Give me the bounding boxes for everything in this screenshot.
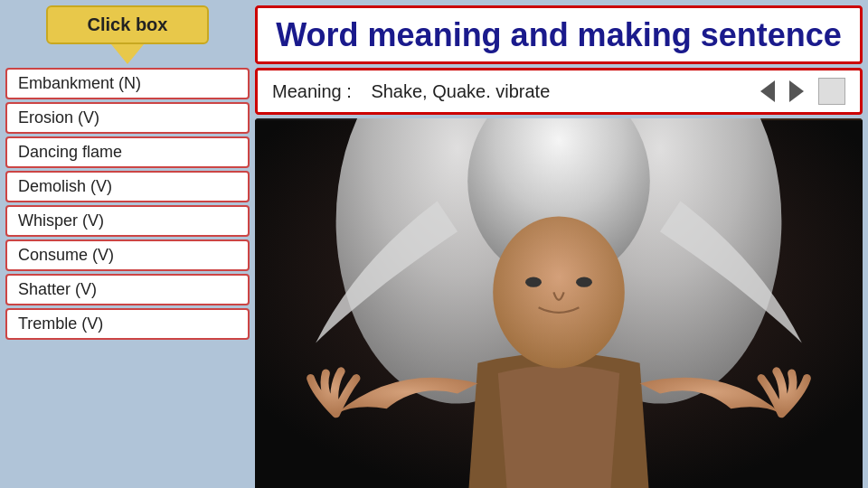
svg-point-5 bbox=[493, 216, 625, 368]
main-container: Click box Word meaning and making senten… bbox=[0, 0, 868, 488]
meaning-label: Meaning : bbox=[272, 81, 352, 102]
word-item-tremble[interactable]: Tremble (V) bbox=[5, 308, 250, 340]
svg-point-6 bbox=[525, 277, 542, 287]
page-title: Word meaning and making sentence bbox=[276, 16, 841, 54]
click-box-button[interactable]: Click box bbox=[46, 5, 209, 44]
title-box: Word meaning and making sentence bbox=[255, 5, 863, 64]
content-row: Embankment (N) Erosion (V) Dancing flame… bbox=[5, 68, 863, 488]
word-item-shatter[interactable]: Shatter (V) bbox=[5, 274, 250, 305]
meaning-next-arrow[interactable] bbox=[789, 80, 804, 102]
person-svg bbox=[255, 118, 863, 488]
click-box-arrow bbox=[111, 44, 144, 64]
svg-point-7 bbox=[576, 277, 592, 287]
word-item-demolish[interactable]: Demolish (V) bbox=[5, 171, 250, 202]
word-item-dancing-flame[interactable]: Dancing flame bbox=[5, 136, 250, 168]
meaning-box: Meaning : Shake, Quake. vibrate bbox=[255, 68, 863, 115]
word-item-erosion[interactable]: Erosion (V) bbox=[5, 102, 250, 134]
meaning-text: Shake, Quake. vibrate bbox=[371, 81, 550, 102]
left-panel: Embankment (N) Erosion (V) Dancing flame… bbox=[5, 68, 250, 488]
word-item-whisper[interactable]: Whisper (V) bbox=[5, 205, 250, 237]
meaning-prev-arrow[interactable] bbox=[760, 80, 775, 102]
right-panel: Meaning : Shake, Quake. vibrate bbox=[255, 68, 863, 488]
image-area bbox=[255, 118, 863, 488]
image-inner bbox=[255, 118, 863, 488]
click-box-container: Click box bbox=[5, 5, 250, 64]
word-item-consume[interactable]: Consume (V) bbox=[5, 239, 250, 271]
word-item-embankment[interactable]: Embankment (N) bbox=[5, 68, 250, 99]
top-row: Click box Word meaning and making senten… bbox=[5, 5, 863, 64]
meaning-icon-box bbox=[818, 78, 845, 105]
